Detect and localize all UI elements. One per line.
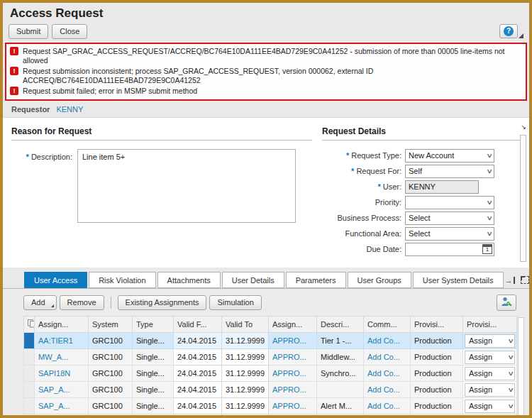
column-header-system[interactable]: System [89, 317, 133, 333]
row-selector[interactable] [24, 398, 35, 414]
add-comments-link[interactable]: Add Co... [367, 336, 400, 345]
close-button[interactable]: Close [52, 24, 87, 39]
cell-valid-from[interactable]: 24.04.2015 [174, 365, 222, 382]
cell-valid-from[interactable]: 24.04.2015 [174, 398, 222, 414]
cell-valid-to[interactable]: 31.12.9999 [222, 365, 269, 382]
cell-valid-to[interactable]: 31.12.9999 [222, 414, 269, 418]
add-comments-link[interactable]: Add Co... [367, 353, 400, 361]
approver-link[interactable]: APPRO... [272, 353, 306, 361]
cell-valid-from[interactable]: 24.04.2015 [174, 349, 222, 365]
simulation-button[interactable]: Simulation [209, 295, 261, 310]
section-divider [322, 140, 525, 141]
requestor-link[interactable]: KENNY [56, 105, 83, 114]
cell-description: Alert M... [317, 414, 364, 418]
action-dropdown[interactable]: Assign v [465, 383, 515, 397]
cell-valid-from[interactable]: 24.04.2015 [174, 382, 222, 398]
calendar-icon[interactable]: 1 [482, 244, 492, 254]
table-row[interactable]: SAPI18N GRC100 Single... 24.04.2015 31.1… [24, 365, 517, 382]
column-header-assignment-approver[interactable]: Assign... [269, 317, 317, 333]
cell-valid-to[interactable]: 31.12.9999 [222, 349, 269, 365]
help-button[interactable]: ? [499, 24, 518, 38]
functional-area-select[interactable]: Select v [405, 227, 494, 241]
cell-valid-to[interactable]: 31.12.9999 [222, 382, 269, 398]
add-button[interactable]: Add [23, 295, 57, 310]
column-header-provisioning-action[interactable]: Provisi... [463, 317, 517, 333]
dock-panel-icon[interactable]: → [505, 277, 515, 284]
assignment-link[interactable]: SAP_A... [38, 385, 70, 394]
add-comments-link[interactable]: Add Co... [367, 402, 400, 410]
personalize-button[interactable] [497, 295, 516, 311]
action-dropdown[interactable]: Assign v [465, 334, 515, 348]
table-row[interactable]: SAP_A... GRC100 Single... 24.04.2015 31.… [24, 398, 517, 414]
cell-system: GRC100 [89, 349, 133, 365]
cell-valid-from[interactable]: 24.04.2015 [174, 414, 222, 418]
approver-link[interactable]: APPRO... [272, 336, 306, 345]
description-textarea[interactable]: Line item 5+ [77, 149, 296, 223]
tab[interactable]: User Access [24, 272, 87, 288]
action-dropdown[interactable]: Assign v [465, 351, 515, 364]
action-value: Assign [469, 402, 492, 410]
assignment-link[interactable]: MW_A... [38, 353, 68, 361]
table-row[interactable]: MW_A... GRC100 Single... 24.04.2015 31.1… [24, 349, 517, 365]
table-row[interactable]: SAP_A... GRC100 Single... 24.04.2015 31.… [24, 414, 517, 418]
business-process-select[interactable]: Select v [405, 211, 494, 225]
action-dropdown[interactable]: Assign v [465, 367, 515, 380]
action-dropdown[interactable]: Assign v [465, 400, 515, 413]
existing-assignments-button[interactable]: Existing Assignments [118, 295, 207, 310]
error-message-row: ! Request SAP_GRAC_ACCESS_REQUEST/ACCREQ… [10, 47, 522, 65]
page-title: Access Request [10, 6, 522, 21]
tab[interactable]: Attachments [157, 272, 221, 288]
action-value: Assign [469, 385, 492, 394]
open-in-window-icon[interactable] [521, 276, 529, 284]
remove-button[interactable]: Remove [60, 295, 104, 310]
tab[interactable]: Parameters [286, 272, 346, 288]
column-header-type[interactable]: Type [133, 317, 174, 333]
row-selector[interactable] [24, 349, 35, 365]
approver-link[interactable]: APPRO... [272, 402, 306, 410]
column-header-description[interactable]: Descri... [317, 317, 364, 333]
table-scrollbar[interactable] [518, 317, 524, 418]
cell-valid-to[interactable]: 31.12.9999 [222, 398, 269, 414]
form-scrollbar[interactable] [520, 135, 526, 262]
user-label: * User: [322, 182, 405, 191]
column-header-valid-from[interactable]: Valid F... [174, 317, 222, 333]
description-field-row: * Description: Line item 5+ [11, 149, 312, 223]
tab[interactable]: Risk Violation [89, 272, 155, 288]
business-process-label: Business Process: [322, 214, 405, 222]
column-header-provisioning-env[interactable]: Provisi... [411, 317, 463, 333]
tab[interactable]: User Details [222, 272, 284, 288]
row-selector[interactable] [24, 365, 35, 382]
add-comments-link[interactable]: Add Co... [367, 385, 400, 394]
row-selector[interactable] [24, 414, 35, 418]
cell-valid-to[interactable]: 31.12.9999 [222, 333, 269, 349]
select-all-header[interactable] [24, 317, 35, 333]
row-selector[interactable] [24, 382, 35, 398]
tab[interactable]: User System Details [413, 272, 504, 288]
copy-rows-icon [28, 319, 35, 328]
request-details-heading: Request Details [322, 126, 525, 136]
column-header-assignment[interactable]: Assign... [35, 317, 89, 333]
assignment-link[interactable]: AA:TIER1 [38, 336, 73, 345]
approver-link[interactable]: APPRO... [272, 369, 306, 378]
assignment-link[interactable]: SAP_A... [38, 402, 70, 410]
assignment-link[interactable]: SAPI18N [38, 369, 70, 378]
submit-button[interactable]: Submit [9, 24, 48, 39]
cell-valid-from[interactable]: 24.04.2015 [174, 333, 222, 349]
action-dropdown[interactable]: Assign v [465, 416, 515, 418]
tab[interactable]: User Groups [348, 272, 411, 288]
error-message-text: Request submit failed; error in MSMP sub… [23, 87, 197, 96]
user-field[interactable] [405, 180, 479, 194]
priority-select[interactable]: v [405, 196, 494, 209]
table-row[interactable]: SAP_A... GRC100 Single... 24.04.2015 31.… [24, 382, 517, 398]
request-type-value: New Account [409, 151, 454, 160]
request-type-select[interactable]: New Account v [405, 149, 494, 163]
due-date-field[interactable]: 1 [405, 243, 494, 256]
request-for-select[interactable]: Self v [405, 165, 494, 178]
approver-link[interactable]: APPRO... [272, 385, 306, 394]
add-comments-link[interactable]: Add Co... [367, 369, 400, 378]
cell-description: Alert M... [317, 398, 364, 414]
column-header-comments[interactable]: Comm... [364, 317, 411, 333]
column-header-valid-to[interactable]: Valid To [222, 317, 269, 333]
table-row[interactable]: AA:TIER1 GRC100 Single... 24.04.2015 31.… [24, 333, 517, 349]
row-selector[interactable] [24, 333, 35, 349]
